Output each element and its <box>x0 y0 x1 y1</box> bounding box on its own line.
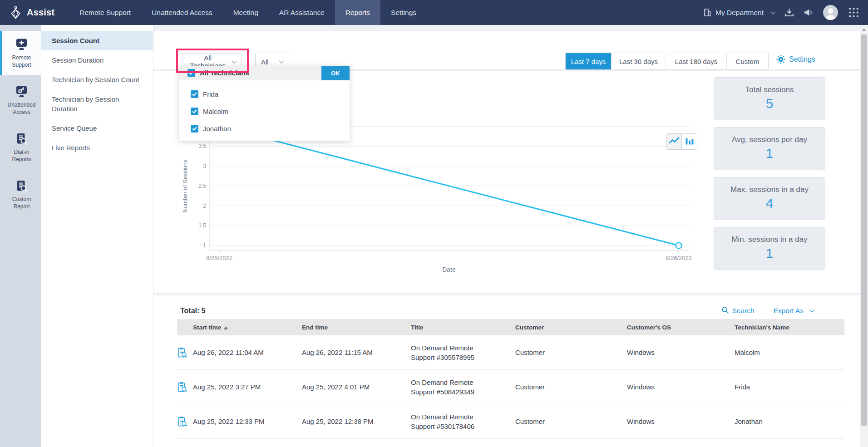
technician-option-label: Malcolm <box>203 108 228 115</box>
column-header-customer-s-os[interactable]: Customer's OS <box>627 324 735 331</box>
vertical-scrollbar[interactable] <box>860 25 868 447</box>
cell-os-text: Windows <box>627 383 655 391</box>
cell-os: Windows <box>627 383 735 391</box>
menu-item-session-duration[interactable]: Session Duration <box>41 50 153 70</box>
cell-end: Aug 26, 2022 11:15 AM <box>302 349 411 356</box>
report-search-icon <box>4 180 39 193</box>
menu-item-technician-by-session-duration[interactable]: Technician by Session Duration <box>41 89 153 118</box>
svg-text:3.5: 3.5 <box>198 143 206 149</box>
scroll-up-arrow[interactable] <box>862 28 866 31</box>
technician-option-label: Frida <box>203 90 218 98</box>
column-header-customer[interactable]: Customer <box>515 324 627 331</box>
column-header-label: Start time <box>193 324 221 331</box>
module-sidebar: Remote SupportUnattended AccessDial-in R… <box>0 25 41 447</box>
svg-text:3: 3 <box>203 163 206 169</box>
technician-option-malcolm[interactable]: Malcolm <box>191 103 350 120</box>
scrollbar-thumb[interactable] <box>861 34 867 426</box>
cell-os: Windows <box>627 418 735 425</box>
range-last-180-days[interactable]: Last 180 days <box>666 53 726 69</box>
range-last-7-days[interactable]: Last 7 days <box>566 53 611 69</box>
brand[interactable]: Assist <box>9 6 54 20</box>
column-header-label: Customer <box>515 324 544 331</box>
table-row[interactable]: Aug 25, 2022 12:33 PMAug 25, 2022 12:38 … <box>177 404 844 439</box>
cell-technician: Malcolm <box>735 349 844 356</box>
topnav-item-reports[interactable]: Reports <box>335 0 380 25</box>
stat-value: 4 <box>714 196 825 211</box>
sort-ascending-icon[interactable] <box>224 324 228 331</box>
download-icon[interactable] <box>784 8 794 17</box>
cell-customer: Customer <box>515 383 627 391</box>
cell-start-text: Aug 25, 2022 3:27 PM <box>193 383 261 391</box>
search-button[interactable]: Search <box>721 306 755 316</box>
svg-text:Date: Date <box>442 266 456 273</box>
topnav-item-meeting[interactable]: Meeting <box>223 0 269 25</box>
table-header-row: Start timeEnd timeTitleCustomerCustomer'… <box>177 319 844 335</box>
export-as-button[interactable]: Export As <box>774 307 814 315</box>
session-report-icon <box>177 381 193 393</box>
svg-text:8/25/2022: 8/25/2022 <box>206 255 232 261</box>
cell-customer: Customer <box>515 418 627 425</box>
topnav-item-unattended-access[interactable]: Unattended Access <box>141 0 223 25</box>
topnav-right: My Department <box>703 5 859 20</box>
checkbox-malcolm[interactable] <box>191 108 198 115</box>
cell-title: On Demand Remote Support #305578995 <box>411 343 515 362</box>
chevron-down-icon <box>810 308 814 312</box>
sidebar-item-unattended-access[interactable]: Unattended Access <box>0 78 41 123</box>
cell-customer-text: Customer <box>515 418 545 425</box>
stat-label: Max. sessions in a day <box>714 185 825 194</box>
cell-start-text: Aug 26, 2022 11:04 AM <box>193 349 264 356</box>
column-header-end-time[interactable]: End time <box>302 324 411 331</box>
svg-text:1.5: 1.5 <box>198 222 206 229</box>
cell-customer-text: Customer <box>515 349 545 356</box>
checkbox-jonathan[interactable] <box>191 125 198 133</box>
sidebar-item-dial-in-reports[interactable]: Dial-in Reports <box>0 125 41 170</box>
technician-filter-panel: All Technicians OK FridaMalcolmJonathan <box>179 66 350 141</box>
column-header-technician-s-name[interactable]: Technician's Name <box>735 324 844 331</box>
cell-customer: Customer <box>515 349 627 356</box>
table-toolbar: Total: 5 Search Export As <box>153 295 860 319</box>
topnav-item-ar-assistance[interactable]: AR Assistance <box>269 0 335 25</box>
column-header-title[interactable]: Title <box>411 324 515 331</box>
cell-start: Aug 25, 2022 12:33 PM <box>193 418 302 425</box>
table-row[interactable]: Aug 26, 2022 11:04 AMAug 26, 2022 11:15 … <box>177 335 844 370</box>
technician-option-frida[interactable]: Frida <box>191 85 350 103</box>
technician-option-jonathan[interactable]: Jonathan <box>191 120 350 137</box>
checkbox-frida[interactable] <box>191 90 198 98</box>
select-all-checkbox[interactable] <box>187 69 195 77</box>
avatar[interactable] <box>823 5 838 20</box>
menu-item-session-count[interactable]: Session Count <box>41 31 153 50</box>
column-header-label: End time <box>302 324 328 331</box>
range-last-30-days[interactable]: Last 30 days <box>611 53 666 69</box>
range-custom[interactable]: Custom <box>726 53 768 69</box>
topnav-item-settings[interactable]: Settings <box>380 0 427 25</box>
table-row[interactable]: Aug 25, 2022 3:27 PMAug 25, 2022 4:01 PM… <box>177 370 844 404</box>
cell-end-text: Aug 25, 2022 12:38 PM <box>302 418 374 425</box>
stat-label: Total sessions <box>714 85 825 94</box>
menu-item-technician-by-session-count[interactable]: Technician by Session Count <box>41 70 153 89</box>
sidebar-item-label: Unattended Access <box>4 101 39 116</box>
menu-item-service-queue[interactable]: Service Queue <box>41 118 153 138</box>
bar-chart-toggle[interactable] <box>682 134 697 149</box>
stat-value: 1 <box>714 146 825 161</box>
line-chart-toggle[interactable] <box>667 134 682 149</box>
sidebar-item-remote-support[interactable]: Remote Support <box>0 31 41 75</box>
table-body: Aug 26, 2022 11:04 AMAug 26, 2022 11:15 … <box>153 335 860 439</box>
technician-option-label: Jonathan <box>203 125 231 133</box>
cell-title-text: On Demand Remote Support #508429349 <box>411 378 488 397</box>
menu-item-live-reports[interactable]: Live Reports <box>41 138 153 157</box>
monitor-key-icon <box>4 85 39 99</box>
ok-button[interactable]: OK <box>321 66 350 80</box>
announcement-icon[interactable] <box>804 8 813 17</box>
chart-type-toggle <box>666 133 697 150</box>
topnav-item-remote-support[interactable]: Remote Support <box>69 0 141 25</box>
svg-text:8/26/2022: 8/26/2022 <box>666 255 692 261</box>
search-label: Search <box>732 307 755 315</box>
settings-button[interactable]: Settings <box>776 55 815 64</box>
sidebar-item-custom-report[interactable]: Custom Report <box>0 172 41 217</box>
apps-grid-icon[interactable] <box>848 7 859 18</box>
technician-options: FridaMalcolmJonathan <box>179 80 350 137</box>
svg-text:Number of Sessions: Number of Sessions <box>182 159 188 213</box>
report-search-icon <box>4 133 39 146</box>
column-header-start-time[interactable]: Start time <box>193 324 302 331</box>
department-selector[interactable]: My Department <box>703 8 775 17</box>
